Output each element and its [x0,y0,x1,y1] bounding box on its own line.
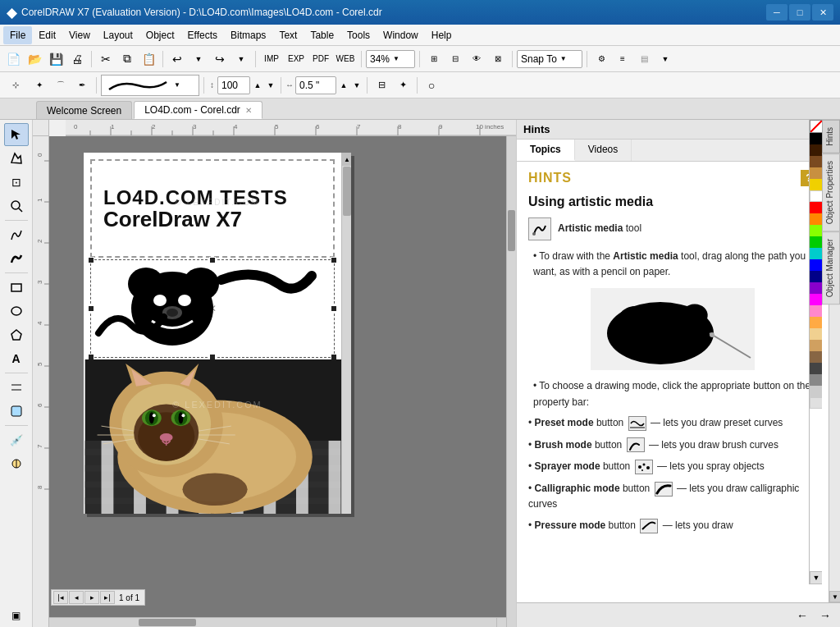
export-button2[interactable]: PDF [309,49,332,69]
shape-tool-btn[interactable] [4,147,29,170]
width-input[interactable] [295,76,336,94]
color-green[interactable] [810,236,822,248]
side-tab-object-manager[interactable]: Object Manager [822,231,840,304]
scroll-top-btn[interactable]: ▲ [342,153,351,166]
print-button[interactable]: 🖨 [67,49,87,69]
nav-last-btn[interactable]: ▸| [100,591,115,604]
color-sand[interactable] [810,340,822,351]
curve-type-selector[interactable]: ▼ [101,75,199,96]
paste-button[interactable]: 📋 [139,49,158,69]
color-dark-brown[interactable] [810,144,822,156]
export-button3[interactable]: WEB [334,49,357,69]
color-light-gray[interactable] [810,386,822,397]
crop-tool-btn[interactable]: ⊡ [4,171,29,194]
select-all-btn[interactable]: ⊹ [3,76,28,95]
hints-scroll-down-btn[interactable]: ▼ [829,591,840,602]
color-black[interactable] [810,133,822,144]
tab-welcome-screen[interactable]: Welcome Screen [36,101,132,119]
rectangle-tool-btn[interactable] [4,276,29,299]
ellipse-tool-btn[interactable]: ○ [422,76,441,95]
width-up-btn[interactable]: ▲ [338,76,349,95]
canvas-bg[interactable]: ▲ LO4D.COM TESTS CorelDraw X7 [49,136,506,617]
h-scrollbar[interactable] [49,617,496,627]
polygon-tool-btn[interactable] [4,323,29,346]
text-tool-btn[interactable]: A [4,347,29,370]
eyedropper-btn[interactable]: 💉 [4,428,29,451]
menu-table[interactable]: Table [304,26,340,44]
select-tool-btn[interactable] [4,123,29,146]
color-navy[interactable] [810,271,822,282]
color-white[interactable] [810,190,822,202]
options-btn3[interactable]: ▤ [634,49,654,69]
options-btn2[interactable]: ≡ [613,49,632,69]
save-button[interactable]: 💾 [46,49,66,69]
size-input[interactable] [217,76,250,94]
color-cyan[interactable] [810,248,822,259]
zoom-dropdown[interactable]: 34% ▼ [366,50,415,68]
menu-window[interactable]: Window [377,26,425,44]
maximize-button[interactable]: □ [789,4,810,21]
color-dark-gray[interactable] [810,363,822,374]
size-down-btn[interactable]: ▼ [265,76,276,95]
palette-more-btn[interactable]: ▼ [810,571,822,584]
copy-button[interactable]: ⧉ [117,49,137,69]
color-light-orange[interactable] [810,317,822,328]
mirror-btn[interactable]: ⊟ [372,76,391,95]
node-edit-btn[interactable]: ✦ [30,76,49,95]
color-pink[interactable] [810,305,822,317]
color-tan[interactable] [810,167,822,179]
tab-close-icon[interactable]: ✕ [245,106,252,115]
color-silver[interactable] [810,397,822,409]
menu-file[interactable]: File [3,26,32,44]
menu-view[interactable]: View [62,26,97,44]
color-gray[interactable] [810,374,822,386]
view-btn3[interactable]: 👁 [467,49,486,69]
snap-dropdown[interactable]: Snap To ▼ [517,50,582,68]
width-down-btn[interactable]: ▼ [351,76,363,95]
size-up-btn[interactable]: ▲ [252,76,263,95]
palette-no-color[interactable] [810,120,822,133]
side-tab-object-properties[interactable]: Object Properties [822,153,840,231]
view-btn4[interactable]: ⊠ [488,49,508,69]
color-red[interactable] [810,202,822,213]
cut-button[interactable]: ✂ [96,49,116,69]
redo-arrow[interactable]: ▼ [231,49,251,69]
view-btn2[interactable]: ⊟ [445,49,465,69]
open-button[interactable]: 📂 [25,49,44,69]
smart-fill-btn[interactable] [4,400,29,423]
undo-arrow[interactable]: ▼ [189,49,208,69]
parallel-lines-btn[interactable] [4,376,29,399]
pen-btn[interactable]: ✒ [72,76,92,95]
options-btn1[interactable]: ⚙ [591,49,611,69]
node-btn2[interactable]: ✦ [393,76,413,95]
minimize-button[interactable]: ─ [766,4,788,21]
menu-help[interactable]: Help [425,26,459,44]
new-button[interactable]: 📄 [3,49,23,69]
menu-object[interactable]: Object [139,26,181,44]
menu-tools[interactable]: Tools [340,26,377,44]
undo-button[interactable]: ↩ [167,49,187,69]
color-lime[interactable] [810,225,822,236]
freehand-tool-btn[interactable] [4,223,29,246]
color-blue[interactable] [810,259,822,271]
interactive-btn[interactable] [4,452,29,475]
nav-prev-btn[interactable]: ◂ [69,591,84,604]
full-screen-btn[interactable]: ⊞ [424,49,444,69]
nav-first-btn[interactable]: |◂ [53,591,68,604]
import-button[interactable]: IMP [260,49,283,69]
tab-corel-document[interactable]: LO4D.com - Corel.cdr ✕ [134,101,262,119]
color-orange[interactable] [810,213,822,225]
hints-tab-videos[interactable]: Videos [575,140,632,161]
color-purple[interactable] [810,282,822,294]
hints-forward-btn[interactable]: → [815,606,835,625]
color-khaki[interactable] [810,351,822,363]
menu-layout[interactable]: Layout [97,26,139,44]
side-tab-hints[interactable]: Hints [822,120,840,153]
smooth-btn[interactable]: ⌒ [51,76,71,95]
redo-button[interactable]: ↪ [210,49,230,69]
hints-back-btn[interactable]: ← [792,606,812,625]
export-button1[interactable]: EXP [285,49,308,69]
color-peach[interactable] [810,328,822,340]
ellipse-tool-btn2[interactable] [4,300,29,323]
menu-text[interactable]: Text [272,26,304,44]
